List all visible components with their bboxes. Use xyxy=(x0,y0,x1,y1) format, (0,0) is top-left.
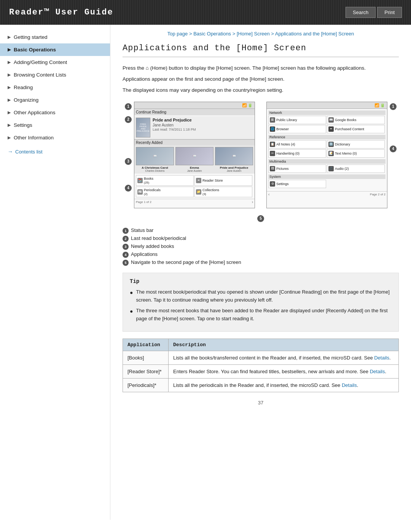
recent-books-row: 📖 A Christmas Carol Charles Dickens 📖 Em… xyxy=(134,145,255,174)
arrow-icon: ▶ xyxy=(8,35,11,40)
app-google-books-label: Google Books xyxy=(335,118,357,122)
table-row-reader-store: [Reader Store]* Enters Reader Store. You… xyxy=(123,365,399,379)
label-2: 2 xyxy=(125,116,132,123)
recent-cover-2: 📖 xyxy=(175,147,213,165)
tip-item-1: ● The most recent book/periodical that y… xyxy=(130,288,392,304)
num-text-4: Applications xyxy=(131,251,158,257)
num-badge-4: 4 xyxy=(123,252,129,258)
app-reader-store[interactable]: ✒ Reader Store xyxy=(194,175,252,186)
arrow-icon: ▶ xyxy=(8,97,11,102)
label-1-left: 1 xyxy=(125,103,132,110)
table-cell-periodicals-app: [Periodicals]* xyxy=(123,379,169,392)
app-audio[interactable]: 🎵 Audio (2) xyxy=(327,165,385,173)
bullet-2: ● xyxy=(130,307,133,315)
app-handwriting-label: Handwriting (0) xyxy=(276,152,299,155)
screen-box-2: 📶 🔋 Network 🏛 Public Library 📖 xyxy=(266,102,387,208)
numbered-item-5: 5 Navigate to the second page of the [Ho… xyxy=(123,259,399,266)
table-cell-books-desc: Lists all the books/transferred content … xyxy=(169,351,399,365)
app-collections[interactable]: 📁 Collections(3) xyxy=(194,187,252,197)
table-row-books: [Books] Lists all the books/transferred … xyxy=(123,351,399,365)
screen-page2-content: Network 🏛 Public Library 📖 Google Books xyxy=(267,109,387,191)
arrow-icon: ▶ xyxy=(8,60,11,65)
app-periodicals-label: Periodicals(2) xyxy=(144,188,161,196)
table-cell-reader-store-app: [Reader Store]* xyxy=(123,365,169,379)
numbered-items: 1 Status bar 2 Last read book/periodical… xyxy=(123,227,399,266)
app-pictures[interactable]: 🖼 Pictures xyxy=(268,165,326,173)
section-reference: Reference xyxy=(268,135,386,139)
home-screens-container: 1 2 3 4 📶 🔋 Continue Reading FREEPRIDEAN… xyxy=(123,102,399,208)
search-button[interactable]: Search xyxy=(346,7,376,18)
table-header-application: Application xyxy=(123,339,169,351)
sidebar-item-reading[interactable]: ▶ Reading xyxy=(0,81,110,94)
featured-book[interactable]: FREEPRIDEANDPREJUDICE Pride and Prejudic… xyxy=(134,116,255,139)
multimedia-apps: 🖼 Pictures 🎵 Audio (2) xyxy=(268,165,386,173)
arrow-icon: ▶ xyxy=(8,135,11,140)
label-5: 5 xyxy=(257,215,264,222)
periodicals-icon: 📰 xyxy=(137,189,143,195)
recent-book-1[interactable]: 📖 A Christmas Carol Charles Dickens xyxy=(136,147,174,172)
app-collections-label: Collections(3) xyxy=(202,188,219,196)
label-1-right: 1 xyxy=(390,103,397,110)
num-badge-2: 2 xyxy=(123,236,129,242)
label-4-right: 4 xyxy=(390,145,397,152)
sidebar-item-other-applications[interactable]: ▶ Other Applications xyxy=(0,106,110,119)
recent-book-3[interactable]: 📖 Pride and Prejudice Jane Austen xyxy=(215,147,253,172)
sidebar-item-getting-started[interactable]: ▶ Getting started xyxy=(0,31,110,43)
app-purchased[interactable]: ✒ Purchased Content xyxy=(327,125,385,133)
audio-icon: 🎵 xyxy=(328,166,334,171)
app-text-memo-label: Text Memo (0) xyxy=(335,152,357,155)
next-arrow[interactable]: › xyxy=(252,200,253,204)
sidebar-item-organizing[interactable]: ▶ Organizing xyxy=(0,94,110,106)
app-all-notes-label: All Notes (4) xyxy=(276,142,295,146)
sidebar-item-settings[interactable]: ▶ Settings xyxy=(0,119,110,131)
periodicals-details-link[interactable]: Details xyxy=(342,382,357,388)
num-text-1: Status bar xyxy=(131,227,153,233)
screen-box-1: 📶 🔋 Continue Reading FREEPRIDEANDPREJUDI… xyxy=(134,102,255,208)
app-handwriting[interactable]: ✏ Handwriting (0) xyxy=(268,149,326,158)
desc-para-3: The displayed icons may vary depending o… xyxy=(123,86,399,95)
reader-store-details-link[interactable]: Details xyxy=(370,369,385,374)
print-button[interactable]: Print xyxy=(377,7,402,18)
label-4-left: 4 xyxy=(125,185,132,192)
app-text-memo[interactable]: 📝 Text Memo (0) xyxy=(327,149,385,158)
sidebar-item-browsing[interactable]: ▶ Browsing Content Lists xyxy=(0,69,110,81)
tip-text-1: The most recent book/periodical that you… xyxy=(136,288,392,304)
prev-arrow[interactable]: ‹ xyxy=(268,192,269,197)
app-google-books[interactable]: 📖 Google Books xyxy=(327,116,385,124)
app-dictionary[interactable]: 🔠 Dictionary xyxy=(327,140,385,149)
app-browser[interactable]: 🌐 Browser xyxy=(268,125,326,133)
recent-book-2[interactable]: 📖 Emma Jane Austen xyxy=(175,147,213,172)
arrow-icon: ▶ xyxy=(8,110,11,115)
books-details-link[interactable]: Details xyxy=(374,355,389,361)
app-settings[interactable]: ⚙ Settings xyxy=(268,180,326,188)
tip-text-2: The three most recent books that have be… xyxy=(136,307,392,323)
sidebar-item-other-information[interactable]: ▶ Other Information xyxy=(0,131,110,144)
application-table: Application Description [Books] Lists al… xyxy=(123,339,399,392)
recent-cover-3: 📖 xyxy=(215,147,253,165)
tip-item-2: ● The three most recent books that have … xyxy=(130,307,392,323)
dictionary-icon: 🔠 xyxy=(328,142,334,147)
screen-apps-1: 📚 Books(25) ✒ Reader Store 📰 Periodicals… xyxy=(134,174,255,199)
screen-page1: 1 2 3 4 📶 🔋 Continue Reading FREEPRIDEAN… xyxy=(134,102,255,208)
book-author: Jane Austen xyxy=(153,123,253,127)
recent-cover-1: 📖 xyxy=(136,147,174,165)
header-buttons: Search Print xyxy=(346,7,402,18)
screen-footer-2: ‹ Page 2 of 2 xyxy=(267,191,387,197)
app-books[interactable]: 📚 Books(25) xyxy=(136,175,194,186)
breadcrumb: Top page > Basic Operations > [Home] Scr… xyxy=(123,31,399,37)
sidebar-item-adding-content[interactable]: ▶ Adding/Getting Content xyxy=(0,56,110,69)
continue-reading-label: Continue Reading xyxy=(134,109,255,115)
recent-title-2: Emma xyxy=(175,166,213,169)
recent-title-1: A Christmas Carol xyxy=(136,166,174,169)
desc-para-1: Press the ⌂ (Home) button to display the… xyxy=(123,64,399,73)
handwriting-icon: ✏ xyxy=(270,151,275,156)
recent-author-3: Jane Austen xyxy=(215,169,253,172)
sidebar-item-basic-operations[interactable]: ▶ Basic Operations xyxy=(0,43,110,56)
table-row-periodicals: [Periodicals]* Lists all the periodicals… xyxy=(123,379,399,392)
app-public-library[interactable]: 🏛 Public Library xyxy=(268,116,326,124)
app-all-notes[interactable]: 📋 All Notes (4) xyxy=(268,140,326,149)
contents-list-link[interactable]: → Contents list xyxy=(8,149,102,155)
num-text-2: Last read book/periodical xyxy=(131,235,186,241)
app-periodicals[interactable]: 📰 Periodicals(2) xyxy=(136,187,194,197)
page-number: 37 xyxy=(123,400,399,406)
